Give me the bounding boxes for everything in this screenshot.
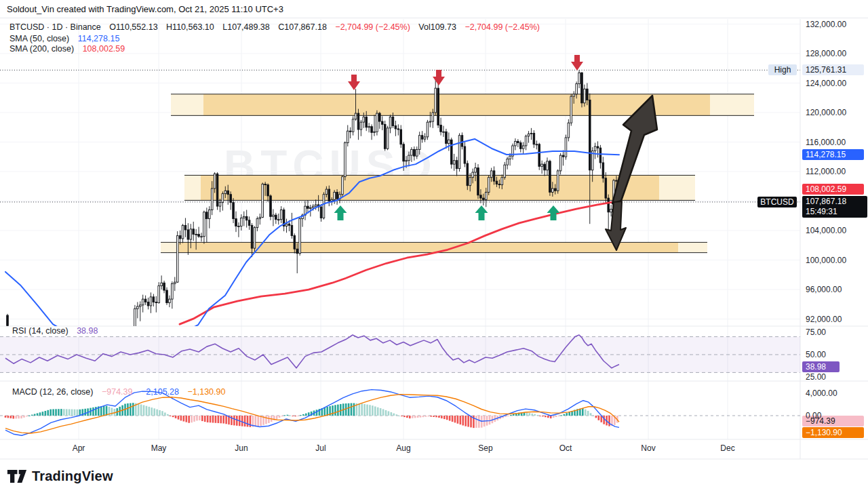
tradingview-logo-icon [7,467,27,485]
price-axis-label: 124,000.00 [806,79,846,88]
price-pane[interactable] [0,55,800,357]
symbol-title[interactable]: BTCUSD · 1D · Binance [9,22,101,32]
time-axis-label[interactable]: Jul [315,443,326,453]
sma200-legend-row[interactable]: SMA (200, close) 108,002.59 [9,44,131,54]
time-axis-label[interactable]: Apr [73,443,85,453]
sma50-axis-badge: 114,278.15 [802,149,864,160]
last-price-value: 107,867.18 [806,197,867,207]
price-axis-label: 120,000.00 [806,108,846,117]
time-axis-label[interactable]: May [151,443,167,453]
price-axis-label: 116,000.00 [806,138,846,147]
sma50-legend-row[interactable]: SMA (50, close) 114,278.15 [9,34,125,43]
sma200-value: 108,002.59 [83,44,125,54]
rsi-value: 38.98 [77,326,98,336]
macd-hist-value: −974.39 [102,387,133,397]
high-value: H110,563.10 [166,22,214,32]
high-line-value-badge: 125,761.31 [802,64,864,75]
sma200-label: SMA (200, close) [9,44,74,54]
macd-signal-axis-badge: −1,130.90 [802,427,864,438]
time-axis-label[interactable]: Jun [235,443,248,453]
rsi-axis-badge: 38.98 [802,361,840,372]
rsi-axis-label: 25.00 [806,372,826,382]
macd-line-value: −2,105.28 [141,387,179,397]
price-axis-label: 104,000.00 [806,226,846,235]
gridlines [0,19,800,439]
last-price-badge: 107,867.18 15:49:31 [802,196,867,218]
macd-label: MACD (12, 26, close) [12,387,93,397]
price-axis-label: 132,000.00 [806,20,846,29]
time-axis-label[interactable]: Nov [641,443,655,453]
low-value: L107,489.38 [222,22,270,32]
header-divider [0,18,868,18]
price-axis-label: 92,000.00 [806,315,842,324]
macd-signal-value: −1,130.90 [187,387,225,397]
macd-axis-label: 0.00 [806,411,821,420]
ohlc-legend-row[interactable]: BTCUSD · 1D · Binance O110,552.13 H110,5… [9,22,546,32]
time-axis-label[interactable]: Oct [559,443,572,453]
tradingview-logo-text: TradingView [32,469,113,484]
symbol-price-label-chip: BTCUSD [757,197,797,207]
price-axis-label: 112,000.00 [806,167,846,176]
sell-marker-arrow[interactable] [571,55,583,71]
sma200-axis-badge: 108,002.59 [802,184,864,195]
sell-marker-arrow[interactable] [348,75,360,90]
price-axis-label: 100,000.00 [806,256,846,265]
rsi-pane[interactable] [0,335,800,372]
time-axis-label[interactable]: Aug [396,443,410,453]
rsi-legend-row[interactable]: RSI (14, close) 38.98 [12,326,104,336]
rsi-axis-label: 75.00 [806,327,826,337]
buy-marker-arrow[interactable] [547,205,560,220]
tradingview-chart-page: BTCUSD Soldout_Vin created with TradingV… [0,0,868,497]
chart-canvas[interactable] [0,0,868,497]
tradingview-logo[interactable]: TradingView [7,467,113,485]
change-value: −2,704.99 (−2.45%) [335,22,410,32]
volume-value: Vol109.73 [418,22,456,32]
time-axis-label[interactable]: Sep [478,443,492,453]
price-axis-label: 96,000.00 [806,285,842,294]
buy-marker-arrow[interactable] [334,205,347,220]
time-axis-label[interactable]: Dec [720,443,734,453]
credit-bar: Soldout_Vin created with TradingView.com… [7,4,283,14]
high-line-label[interactable]: High [768,64,797,75]
sma50-value: 114,278.15 [78,34,120,43]
sma50-line [5,139,619,344]
buy-marker-arrow[interactable] [475,205,488,220]
close-value: C107,867.18 [278,22,327,32]
bar-countdown: 15:49:31 [806,207,867,217]
rsi-axis-label: 50.00 [806,350,826,359]
rsi-label: RSI (14, close) [12,326,68,336]
macd-legend-row[interactable]: MACD (12, 26, close) −974.39 −2,105.28 −… [12,387,231,397]
change-value-2: −2,704.99 (−2.45%) [465,22,540,32]
price-axis-label: 128,000.00 [806,49,846,58]
open-value: O110,552.13 [109,22,157,32]
macd-axis-label: 4,000.00 [806,389,837,398]
sma50-label: SMA (50, close) [9,34,69,43]
